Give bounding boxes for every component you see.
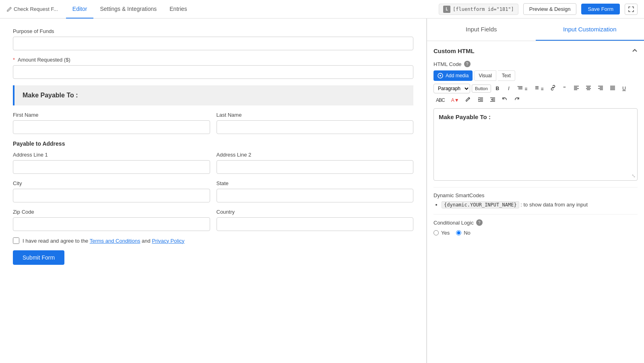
divider-1 — [433, 187, 638, 188]
unordered-list-button[interactable]: ≡ — [515, 83, 530, 93]
tab-entries[interactable]: Entries — [163, 0, 194, 19]
last-name-label: Last Name — [217, 112, 414, 118]
smartcode-item: {dynamic.YOUR_INPUT_NAME} : to show data… — [442, 202, 638, 208]
purpose-of-funds-label: Purpose of Funds — [13, 28, 413, 34]
terms-checkbox[interactable] — [13, 237, 19, 244]
align-left-button[interactable] — [571, 83, 582, 93]
visual-button[interactable]: Visual — [474, 70, 496, 81]
bold-button[interactable]: B — [493, 84, 502, 93]
shortcode-box: L [fluentform id="181"] — [439, 4, 518, 15]
blockquote-button[interactable]: " — [560, 83, 570, 93]
custom-html-title: Custom HTML — [433, 47, 638, 54]
html-editor-area[interactable]: Make Payable To : ⤡ — [433, 108, 638, 181]
amount-requested-input[interactable] — [13, 65, 413, 79]
zip-country-row: Zip Code Country — [13, 209, 413, 231]
first-name-col: First Name — [13, 112, 210, 134]
outdent-icon — [490, 97, 495, 102]
conditional-yes-option[interactable]: Yes — [433, 230, 450, 236]
smartcode-desc: : to show data from any input — [520, 202, 588, 208]
paragraph-select[interactable]: Paragraph — [433, 84, 470, 93]
info-icon: ? — [464, 61, 471, 67]
ul-icon — [518, 85, 523, 91]
section-header-text: Make Payable To : — [23, 92, 78, 99]
nav-tabs: Editor Settings & Integrations Entries — [66, 0, 194, 19]
underline-button[interactable]: U — [619, 84, 629, 93]
link-button[interactable] — [548, 83, 558, 93]
smartcode-tag: {dynamic.YOUR_INPUT_NAME} — [442, 201, 519, 208]
add-media-button[interactable]: Add media — [433, 70, 473, 81]
tab-settings[interactable]: Settings & Integrations — [93, 0, 163, 19]
right-panel: Input Fields Input Customization Custom … — [427, 19, 644, 363]
add-media-icon — [438, 73, 443, 78]
terms-label: I have read and agree to the Terms and C… — [23, 238, 184, 244]
text-button[interactable]: Text — [498, 70, 515, 81]
justify-icon — [610, 85, 615, 91]
conditional-yes-radio[interactable] — [433, 230, 439, 235]
ordered-list-button[interactable]: ≡ — [531, 83, 546, 93]
terms-checkbox-row: I have read and agree to the Terms and C… — [13, 237, 413, 244]
first-name-input[interactable] — [13, 120, 210, 134]
country-label: Country — [217, 209, 414, 215]
privacy-link[interactable]: Privacy Policy — [152, 238, 184, 244]
indent-icon — [478, 97, 483, 102]
last-name-input[interactable] — [217, 120, 414, 134]
button-label-tag[interactable]: Button — [472, 85, 491, 93]
purpose-of-funds-input[interactable] — [13, 37, 413, 50]
undo-icon — [502, 97, 508, 102]
chevron-up-icon — [632, 47, 638, 53]
nav-right: L [fluentform id="181"] Preview & Design… — [439, 3, 638, 15]
svg-point-1 — [518, 87, 518, 87]
conditional-logic-section: Conditional Logic ? Yes No — [433, 219, 638, 236]
link-icon — [550, 85, 556, 91]
outdent-button[interactable] — [487, 95, 498, 105]
expand-button[interactable] — [625, 4, 638, 15]
conditional-no-radio[interactable] — [456, 230, 461, 235]
justify-button[interactable] — [607, 83, 618, 93]
italic-button[interactable]: I — [504, 84, 514, 93]
breadcrumb[interactable]: Check Request F... — [6, 6, 58, 12]
align-center-button[interactable] — [583, 83, 594, 93]
eraser-button[interactable] — [463, 95, 474, 105]
edit-icon — [6, 6, 12, 12]
eraser-icon — [466, 97, 471, 102]
undo-button[interactable] — [500, 95, 510, 105]
preview-design-button[interactable]: Preview & Design — [523, 3, 577, 15]
divider-2 — [433, 214, 638, 214]
smartcodes-title: Dynamic SmartCodes — [433, 192, 638, 198]
city-col: City — [13, 180, 210, 202]
country-input[interactable] — [217, 217, 414, 231]
abc-button[interactable]: ABC — [433, 96, 447, 105]
submit-form-button[interactable]: Submit Form — [13, 250, 64, 265]
address-line-2-input[interactable] — [217, 160, 414, 174]
purpose-of-funds-section: Purpose of Funds — [13, 28, 413, 50]
redo-button[interactable] — [512, 95, 522, 105]
state-col: State — [217, 180, 414, 202]
tab-input-fields[interactable]: Input Fields — [427, 19, 536, 41]
tab-input-customization[interactable]: Input Customization — [536, 19, 644, 41]
shortcode-icon: L — [443, 6, 450, 13]
city-state-row: City State — [13, 180, 413, 202]
align-center-icon — [586, 85, 591, 91]
collapse-icon[interactable] — [632, 47, 638, 54]
font-color-button[interactable]: A▼ — [449, 96, 462, 105]
address-line-row: Address Line 1 Address Line 2 — [13, 152, 413, 174]
conditional-no-option[interactable]: No — [456, 230, 471, 236]
panel-content: Custom HTML HTML Code ? — [427, 41, 644, 363]
tab-editor[interactable]: Editor — [66, 0, 94, 19]
zip-label: Zip Code — [13, 209, 210, 215]
dynamic-smartcodes-section: Dynamic SmartCodes {dynamic.YOUR_INPUT_N… — [433, 192, 638, 208]
city-input[interactable] — [13, 189, 210, 202]
terms-link[interactable]: Terms and Conditions — [90, 238, 140, 244]
indent-button[interactable] — [475, 95, 486, 105]
zip-input[interactable] — [13, 217, 210, 231]
top-nav: Check Request F... Editor Settings & Int… — [0, 0, 644, 19]
editor-toolbar-row2: Paragraph Button B I ≡ ≡ " — [433, 83, 638, 93]
state-input[interactable] — [217, 189, 414, 202]
required-indicator: * — [13, 57, 15, 63]
address-line-2-label: Address Line 2 — [217, 152, 414, 158]
resize-handle[interactable]: ⤡ — [632, 173, 636, 179]
align-left-icon — [574, 85, 579, 91]
address-line-1-input[interactable] — [13, 160, 210, 174]
align-right-button[interactable] — [595, 83, 606, 93]
save-form-button[interactable]: Save Form — [581, 4, 620, 14]
